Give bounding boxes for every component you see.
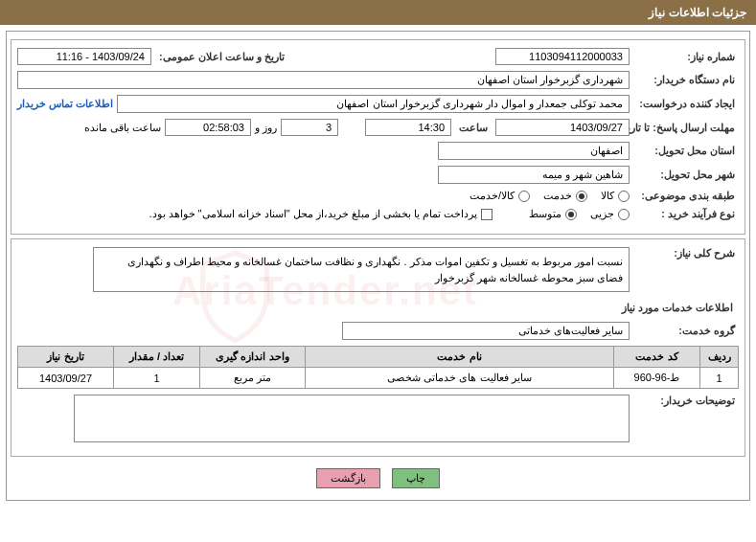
general-desc-label: شرح کلی نیاز: bbox=[633, 247, 739, 260]
need-no-field: 1103094112000033 bbox=[495, 48, 630, 65]
contact-link[interactable]: اطلاعات تماس خریدار bbox=[17, 98, 113, 110]
announce-field: 1403/09/24 - 11:16 bbox=[17, 48, 151, 65]
radio-both[interactable]: کالا/خدمت bbox=[470, 190, 530, 202]
buyer-comment-box bbox=[74, 395, 630, 442]
buyer-comment-label: توضیحات خریدار: bbox=[633, 395, 739, 407]
buyer-org-label: نام دستگاه خریدار: bbox=[633, 74, 739, 86]
radio-goods[interactable]: کالا bbox=[601, 190, 630, 202]
page-header: جزئیات اطلاعات نیاز bbox=[0, 0, 756, 25]
radio-medium[interactable]: متوسط bbox=[529, 208, 577, 220]
th-idx: ردیف bbox=[700, 347, 739, 368]
announce-label: تاریخ و ساعت اعلان عمومی: bbox=[155, 51, 288, 63]
th-qty: تعداد / مقدار bbox=[114, 347, 200, 368]
button-row: چاپ بازگشت bbox=[11, 461, 745, 496]
category-radio-group: کالا خدمت کالا/خدمت bbox=[470, 190, 630, 202]
main-container: شماره نیاز: 1103094112000033 تاریخ و ساع… bbox=[6, 31, 750, 501]
requester-label: ایجاد کننده درخواست: bbox=[633, 98, 739, 110]
radio-service[interactable]: خدمت bbox=[543, 190, 587, 202]
general-desc-box: نسبت امور مربوط به تغسیل و تکفین اموات م… bbox=[93, 247, 630, 292]
city-field: شاهین شهر و میمه bbox=[438, 166, 630, 184]
services-header: اطلاعات خدمات مورد نیاز bbox=[17, 298, 739, 318]
page-title: جزئیات اطلاعات نیاز bbox=[649, 6, 746, 19]
desc-section: شرح کلی نیاز: نسبت امور مربوط به تغسیل و… bbox=[11, 238, 745, 457]
deadline-date-field: 1403/09/27 bbox=[495, 119, 630, 136]
table-header-row: ردیف کد خدمت نام خدمت واحد اندازه گیری ت… bbox=[18, 347, 739, 368]
cell-qty: 1 bbox=[114, 368, 200, 389]
cell-name: سایر فعالیت های خدماتی شخصی bbox=[306, 368, 614, 389]
process-radio-group: جزیی متوسط bbox=[529, 208, 630, 220]
print-button[interactable]: چاپ bbox=[392, 468, 440, 488]
time-label: ساعت bbox=[455, 122, 492, 134]
process-label: نوع فرآیند خرید : bbox=[633, 208, 739, 220]
back-button[interactable]: بازگشت bbox=[316, 468, 380, 488]
category-label: طبقه بندی موضوعی: bbox=[633, 190, 739, 202]
service-group-label: گروه خدمت: bbox=[633, 325, 739, 337]
cell-unit: متر مربع bbox=[200, 368, 306, 389]
countdown-field: 02:58:03 bbox=[165, 119, 251, 136]
city-label: شهر محل تحویل: bbox=[633, 169, 739, 181]
cell-date: 1403/09/27 bbox=[18, 368, 114, 389]
buyer-org-field: شهرداری گزبرخوار استان اصفهان bbox=[17, 71, 630, 89]
payment-checkbox[interactable] bbox=[481, 209, 493, 220]
th-name: نام خدمت bbox=[306, 347, 614, 368]
cell-code: ط-96-960 bbox=[614, 368, 700, 389]
th-date: تاریخ نیاز bbox=[18, 347, 114, 368]
province-label: استان محل تحویل: bbox=[633, 145, 739, 157]
province-field: اصفهان bbox=[438, 142, 630, 160]
th-code: کد خدمت bbox=[614, 347, 700, 368]
radio-small[interactable]: جزیی bbox=[590, 208, 630, 220]
deadline-label: مهلت ارسال پاسخ: تا تاریخ: bbox=[633, 122, 739, 134]
info-section: شماره نیاز: 1103094112000033 تاریخ و ساع… bbox=[11, 39, 745, 235]
payment-note: پرداخت تمام یا بخشی از مبلغ خرید،از محل … bbox=[149, 208, 477, 220]
cell-idx: 1 bbox=[700, 368, 739, 389]
services-table: ردیف کد خدمت نام خدمت واحد اندازه گیری ت… bbox=[17, 346, 739, 389]
requester-field: محمد توکلی جمعدار و اموال دار شهرداری گز… bbox=[117, 95, 630, 113]
days-field: 3 bbox=[281, 119, 338, 136]
countdown-suffix: ساعت باقی مانده bbox=[84, 122, 161, 134]
table-row: 1 ط-96-960 سایر فعالیت های خدماتی شخصی م… bbox=[18, 368, 739, 389]
need-no-label: شماره نیاز: bbox=[633, 51, 739, 63]
days-suffix: روز و bbox=[255, 122, 277, 134]
service-group-field: سایر فعالیت‌های خدماتی bbox=[342, 322, 630, 340]
th-unit: واحد اندازه گیری bbox=[200, 347, 306, 368]
deadline-time-field: 14:30 bbox=[365, 119, 451, 136]
